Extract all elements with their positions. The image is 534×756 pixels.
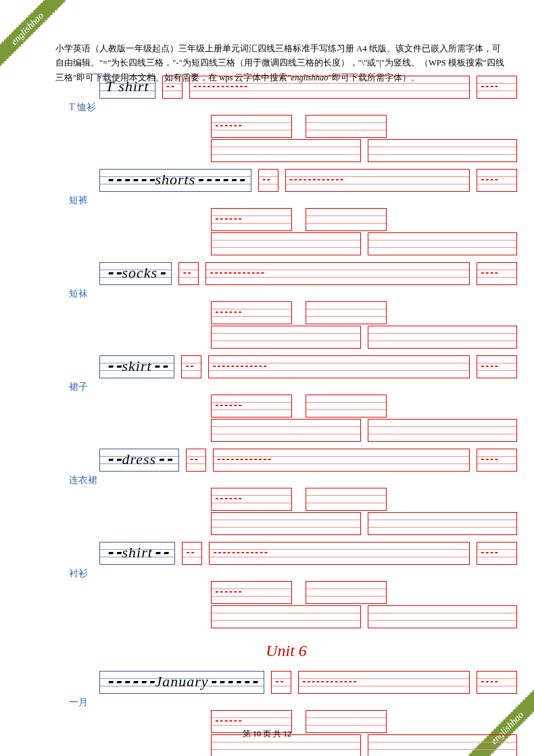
practice-box: -- [186, 449, 206, 472]
practice-box: -- [162, 76, 183, 99]
practice-box: ---- [477, 169, 517, 192]
practice-box: ------------ [208, 355, 470, 378]
practice-box: ---- [477, 449, 517, 472]
practice-box [211, 512, 361, 535]
vocab-entry: --skirt--------------------裙子------ [55, 354, 517, 443]
practice-box: ------ [211, 395, 292, 418]
word-box: --shirt-- [99, 542, 175, 565]
practice-box: -- [181, 355, 201, 378]
practice-box: ------ [211, 208, 292, 231]
practice-box: ---- [477, 262, 517, 285]
practice-box: -- [271, 671, 291, 694]
practice-box: ------------ [285, 169, 470, 192]
practice-box: ---- [477, 542, 517, 565]
chinese-label: 连衣裙 [69, 474, 517, 486]
word-box: ------shorts------ [99, 169, 251, 192]
word-box: T shirt [99, 76, 155, 99]
practice-box [211, 605, 361, 628]
worksheet-content: T shirt------------------T 恤衫-----------… [55, 74, 517, 756]
word-box: ------January------ [99, 671, 264, 694]
practice-box: ------ [211, 488, 292, 511]
chinese-label: 一月 [69, 697, 517, 709]
practice-box [368, 512, 518, 535]
practice-box: ------------ [209, 542, 470, 565]
vocab-entry: ------January------------------------一月-… [55, 670, 517, 756]
chinese-label: 短袜 [69, 288, 517, 300]
unit-title: Unit 6 [55, 642, 517, 660]
practice-box: ---- [477, 671, 517, 694]
chinese-label: 衬衫 [69, 568, 517, 580]
practice-box [211, 139, 361, 162]
chinese-label: T 恤衫 [69, 101, 517, 114]
practice-box: -- [178, 262, 199, 285]
chinese-label: 裙子 [69, 381, 517, 393]
practice-box [306, 581, 387, 604]
practice-box: ------------ [189, 76, 470, 99]
practice-box: ------ [211, 301, 292, 324]
practice-box: ------ [211, 115, 292, 138]
practice-box [368, 605, 518, 628]
practice-box: ---- [477, 76, 517, 99]
word-box: --socks- [99, 262, 172, 285]
practice-box [368, 139, 518, 162]
practice-box: -- [182, 542, 202, 565]
practice-box [211, 326, 361, 349]
practice-box [306, 208, 387, 231]
word-box: --dress-- [99, 449, 179, 472]
page-footer: 第 10 页 共 12 [0, 728, 534, 740]
vocab-entry: --dress--------------------连衣裙------ [55, 447, 517, 536]
practice-box [368, 232, 518, 255]
practice-box: ------------ [298, 671, 470, 694]
practice-box: ---- [477, 355, 517, 378]
practice-box [211, 419, 361, 442]
practice-box [306, 395, 387, 418]
practice-box [306, 301, 387, 324]
practice-box: ------------ [213, 449, 470, 472]
practice-box [306, 115, 387, 138]
practice-box [368, 419, 518, 442]
vocab-entry: --shirt--------------------衬衫------ [55, 540, 517, 630]
chinese-label: 短裤 [69, 195, 517, 207]
practice-box: -- [258, 169, 278, 192]
practice-box [211, 232, 361, 255]
practice-box: ------------ [205, 262, 470, 285]
word-box: --skirt-- [99, 355, 174, 378]
vocab-entry: T shirt------------------T 恤衫------ [55, 74, 517, 163]
practice-box [368, 326, 518, 349]
practice-box [306, 488, 387, 511]
vocab-entry: --socks-------------------短袜------ [55, 261, 517, 350]
vocab-entry: ------shorts------------------------短裤--… [55, 168, 517, 257]
practice-box: ------ [211, 581, 292, 604]
